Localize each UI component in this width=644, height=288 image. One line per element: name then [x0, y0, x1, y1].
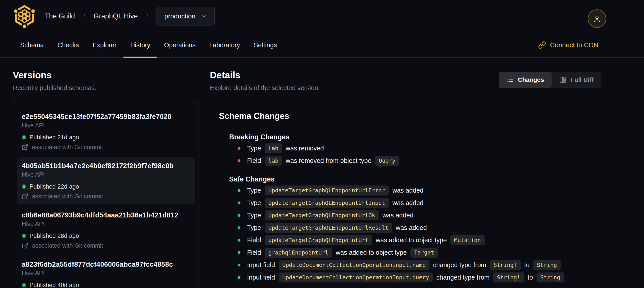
breadcrumb-project[interactable]: GraphQL Hive — [94, 12, 138, 20]
change-text: was added to object type — [336, 249, 407, 256]
safe-changes-title: Safe Changes — [229, 175, 601, 184]
version-card[interactable]: e2e55045345ce13fe07f52a77459b83fa3fe7020… — [17, 108, 195, 155]
nav-tab-label: Checks — [58, 42, 79, 49]
version-card[interactable]: c8b6e88a06793b9c4dfd54aaa21b36a1b421d812… — [17, 207, 195, 254]
version-published-row: Published 22d ago — [22, 183, 190, 190]
schema-change-item: TypeUpdateTargetGraphQLEndpointUrlOkwas … — [238, 209, 601, 221]
version-list: e2e55045345ce13fe07f52a77459b83fa3fe7020… — [13, 101, 199, 288]
nav-tab-label: Explorer — [93, 42, 116, 49]
change-text: was added — [392, 187, 424, 194]
change-text: to — [528, 274, 533, 281]
inline-code-badge: String! — [490, 260, 520, 270]
change-bullet-dot — [238, 214, 240, 217]
schema-change-item: TypeUpdateTargetGraphQLEndpointUrlErrorw… — [238, 184, 601, 197]
version-published-text: Published 28d ago — [30, 232, 79, 239]
versions-title: Versions — [13, 70, 199, 81]
version-card[interactable]: 4b05ab51b1b4a7e2e4b0ef82172f2b9f7ef98c0b… — [17, 157, 195, 204]
version-git-commit-link[interactable]: associated with Git commit — [22, 144, 190, 151]
change-text: Type — [247, 187, 261, 194]
inline-code-badge: UpdateDocumentCollectionOperationInput.q… — [278, 272, 433, 282]
external-link-icon — [22, 242, 28, 249]
version-git-commit-link[interactable]: associated with Git commit — [22, 242, 190, 249]
published-status-dot — [22, 234, 26, 238]
nav-tab-schema[interactable]: Schema — [13, 32, 50, 58]
version-published-text: Published 22d ago — [30, 183, 79, 190]
app-header: The Guild / GraphQL Hive / production — [0, 0, 644, 32]
toggle-changes-label: Changes — [518, 76, 544, 83]
change-text: was added — [396, 224, 427, 231]
inline-code-badge: Target — [410, 248, 438, 258]
change-text: Input field — [247, 261, 275, 269]
inline-code-badge: UpdateTargetGraphQLEndpointUrlResult — [264, 223, 392, 233]
version-hash: c8b6e88a06793b9c4dfd54aaa21b36a1b421d812 — [22, 211, 190, 219]
hive-logo-icon[interactable] — [13, 5, 36, 28]
toggle-changes-button[interactable]: Changes — [499, 72, 552, 88]
inline-code-badge: UpdateTargetGraphQLEndpointUrlOk — [264, 210, 379, 220]
breaking-changes-title: Breaking Changes — [229, 133, 601, 142]
version-service-name: Hive API — [22, 122, 190, 129]
change-text: to — [524, 261, 530, 269]
version-service-name: Hive API — [22, 220, 190, 227]
details-panel: Details Explore details of the selected … — [210, 70, 601, 288]
inline-code-badge: graphqlEndpointUrl — [264, 248, 332, 258]
link-icon — [538, 41, 546, 49]
breadcrumb-org[interactable]: The Guild — [45, 12, 75, 20]
nav-tab-operations[interactable]: Operations — [157, 32, 202, 58]
inline-code-badge: Query — [375, 156, 399, 166]
connect-to-cdn-link[interactable]: Connect to CDN — [538, 32, 598, 58]
change-text: was added — [392, 199, 424, 207]
user-avatar[interactable] — [588, 9, 606, 28]
columns-icon — [559, 76, 567, 84]
change-bullet-dot — [238, 159, 240, 162]
change-text: Type — [247, 212, 261, 219]
change-text: was added to object type — [376, 236, 447, 244]
published-status-dot — [22, 135, 26, 140]
schema-changes-section: Schema Changes Breaking Changes TypeLabw… — [219, 111, 601, 283]
version-card[interactable]: a823f6db2a55df877dcf406006abca97fcc4858c… — [17, 256, 195, 288]
change-text: was removed from object type — [286, 157, 372, 164]
change-bullet-dot — [238, 226, 240, 229]
change-text: was removed — [286, 145, 324, 152]
change-bullet-dot — [238, 201, 240, 204]
nav-tab-label: Settings — [254, 42, 277, 49]
version-hash: e2e55045345ce13fe07f52a77459b83fa3fe7020 — [22, 113, 190, 121]
version-git-text: associated with Git commit — [32, 193, 103, 200]
schema-change-item: Input fieldUpdateDocumentCollectionOpera… — [238, 259, 601, 271]
toggle-full-diff-button[interactable]: Full Diff — [552, 72, 601, 88]
change-text: was added — [382, 212, 414, 219]
inline-code-badge: UpdateDocumentCollectionOperationInput.n… — [278, 260, 430, 270]
inline-code-badge: UpdateTargetGraphQLEndpointUrlInput — [264, 198, 389, 208]
change-bullet-dot — [238, 263, 240, 266]
inline-code-badge: String — [533, 260, 561, 270]
change-text: Field — [247, 157, 261, 164]
nav-tab-checks[interactable]: Checks — [50, 32, 86, 58]
nav-tab-laboratory[interactable]: Laboratory — [202, 32, 247, 58]
target-selector-dropdown[interactable]: production — [156, 7, 215, 26]
nav-tab-settings[interactable]: Settings — [247, 32, 284, 58]
version-published-row: Published 40d ago — [22, 281, 190, 288]
schema-change-item: FieldgraphqlEndpointUrlwas added to obje… — [238, 246, 601, 259]
version-published-text: Published 40d ago — [30, 281, 79, 288]
published-status-dot — [22, 184, 26, 189]
version-hash: a823f6db2a55df877dcf406006abca97fcc4858c — [22, 260, 190, 269]
main-nav: Schema Checks Explorer History Operation… — [0, 32, 644, 58]
nav-tab-explorer[interactable]: Explorer — [86, 32, 124, 58]
view-toggle-group: Changes Full Diff — [499, 72, 601, 88]
person-icon — [592, 14, 602, 23]
published-status-dot — [22, 283, 26, 287]
schema-changes-title: Schema Changes — [219, 111, 601, 121]
breaking-changes-list: TypeLabwas removed Fieldlabwas removed f… — [238, 142, 601, 167]
external-link-icon — [22, 144, 28, 150]
nav-tab-label: Schema — [20, 42, 44, 49]
breadcrumb-separator: / — [83, 13, 85, 20]
change-bullet-dot — [238, 251, 240, 254]
version-service-name: Hive API — [22, 171, 190, 178]
nav-tab-history[interactable]: History — [124, 32, 157, 58]
version-git-commit-link[interactable]: associated with Git commit — [22, 193, 190, 200]
change-bullet-dot — [238, 189, 240, 192]
schema-change-item: TypeUpdateTargetGraphQLEndpointUrlInputw… — [238, 197, 601, 209]
breadcrumb-separator: / — [146, 13, 148, 20]
nav-tabs: Schema Checks Explorer History Operation… — [13, 32, 284, 58]
chevron-down-icon — [201, 13, 207, 19]
version-published-row: Published 28d ago — [22, 232, 190, 239]
